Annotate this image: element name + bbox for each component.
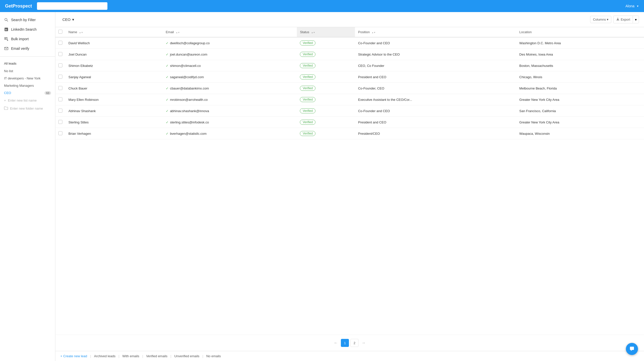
main-content: CEO ▾ Columns ▾ Export ▾ bbox=[55, 12, 644, 361]
sidebar-list-it-developers[interactable]: IT developers - New York bbox=[0, 75, 55, 82]
columns-label: Columns bbox=[593, 18, 606, 21]
unverified-emails-link[interactable]: Unverified emails bbox=[171, 354, 203, 358]
email-verified-icon: ✓ bbox=[166, 86, 169, 90]
row-email: ✓ bverhagen@statisllc.com bbox=[163, 128, 297, 139]
page-1-button[interactable]: 1 bbox=[341, 339, 349, 347]
row-checkbox-cell[interactable] bbox=[55, 128, 65, 139]
row-name: Shimon Elkabetz bbox=[65, 60, 163, 71]
row-checkbox[interactable] bbox=[58, 109, 62, 113]
add-list-placeholder: Enter new list name bbox=[8, 99, 37, 102]
row-checkbox[interactable] bbox=[58, 86, 62, 90]
sidebar-no-list[interactable]: No list bbox=[0, 67, 55, 75]
row-checkbox-cell[interactable] bbox=[55, 105, 65, 117]
row-checkbox-cell[interactable] bbox=[55, 37, 65, 49]
sort-status-icon: ▲▼ bbox=[311, 31, 315, 34]
row-name: Mary Ellen Robinson bbox=[65, 94, 163, 105]
email-address: cbauer@databankimx.com bbox=[170, 86, 209, 90]
email-address: abhinav.shashank@innova bbox=[170, 109, 209, 113]
row-checkbox[interactable] bbox=[58, 52, 62, 56]
status-badge: Verified bbox=[300, 120, 315, 125]
email-address: shimon@climacell.co bbox=[170, 64, 201, 68]
email-address: sagarwal@codifyd.com bbox=[170, 75, 204, 79]
email-verified-icon: ✓ bbox=[166, 41, 169, 45]
row-checkbox-cell[interactable] bbox=[55, 94, 65, 105]
user-menu[interactable]: Alona ▼ bbox=[625, 4, 639, 8]
row-checkbox[interactable] bbox=[58, 63, 62, 67]
row-checkbox-cell[interactable] bbox=[55, 60, 65, 71]
row-email: ✓ sagarwal@codifyd.com bbox=[163, 71, 297, 83]
row-checkbox[interactable] bbox=[58, 131, 62, 135]
sidebar-item-email-verify[interactable]: Email verify bbox=[0, 44, 55, 53]
row-checkbox[interactable] bbox=[58, 97, 62, 101]
plus-create-icon: + bbox=[60, 354, 62, 358]
chat-button[interactable] bbox=[626, 343, 638, 355]
row-checkbox-cell[interactable] bbox=[55, 117, 65, 128]
plus-icon: + bbox=[4, 99, 6, 102]
email-verified-icon: ✓ bbox=[166, 64, 169, 68]
pagination: ← 1 2 → bbox=[55, 335, 644, 351]
no-emails-link[interactable]: No emails bbox=[203, 354, 224, 358]
col-header-position[interactable]: Position ▲▼ bbox=[355, 27, 516, 37]
status-badge: Verified bbox=[300, 86, 315, 91]
row-position: CEO, Co Founder bbox=[355, 60, 516, 71]
table-row: Shimon Elkabetz ✓ shimon@climacell.co Ve… bbox=[55, 60, 644, 71]
user-menu-arrow: ▼ bbox=[636, 5, 639, 8]
list-title-text: CEO bbox=[62, 17, 71, 22]
next-page-button[interactable]: → bbox=[360, 339, 367, 346]
select-all-checkbox[interactable] bbox=[58, 30, 62, 34]
columns-button[interactable]: Columns ▾ bbox=[590, 16, 611, 23]
table-header-checkbox[interactable] bbox=[55, 27, 65, 37]
sidebar-all-leads[interactable]: All leads bbox=[0, 60, 55, 67]
row-checkbox-cell[interactable] bbox=[55, 49, 65, 60]
row-name: David Wellisch bbox=[65, 37, 163, 49]
ceo-count: 63 bbox=[45, 91, 51, 95]
row-position: President and CEO bbox=[355, 71, 516, 83]
table-row: Joel Duncan ✓ joel.duncan@aureon.com Ver… bbox=[55, 49, 644, 60]
row-checkbox[interactable] bbox=[58, 120, 62, 124]
row-location: Waupaca, Wisconsin bbox=[516, 128, 644, 139]
row-location: Boston, Massachusetts bbox=[516, 60, 644, 71]
sidebar-item-bulk-import[interactable]: Bulk import bbox=[0, 34, 55, 44]
row-location: Washington D.C. Metro Area bbox=[516, 37, 644, 49]
row-position: Co-Founder and CEO bbox=[355, 37, 516, 49]
create-lead-link[interactable]: + Create new lead bbox=[60, 354, 90, 358]
sidebar-list-ceo[interactable]: CEO 63 bbox=[0, 89, 55, 97]
toolbar: CEO ▾ Columns ▾ Export ▾ bbox=[55, 12, 644, 27]
row-checkbox[interactable] bbox=[58, 41, 62, 45]
sort-email-icon: ▲▼ bbox=[176, 31, 180, 34]
status-badge: Verified bbox=[300, 74, 315, 79]
row-status: Verified bbox=[297, 94, 355, 105]
with-emails-link[interactable]: With emails bbox=[119, 354, 142, 358]
sidebar-item-search-filter[interactable]: Search by Filter bbox=[0, 15, 55, 25]
row-checkbox[interactable] bbox=[58, 75, 62, 79]
row-email: ✓ shimon@climacell.co bbox=[163, 60, 297, 71]
row-location: Greater New York City Area bbox=[516, 94, 644, 105]
add-folder-item[interactable]: Enter new folder name bbox=[0, 104, 55, 113]
export-button[interactable]: Export bbox=[614, 16, 633, 23]
row-position: Executive Assistant to the CEO/Cor... bbox=[355, 94, 516, 105]
row-name: Abhinav Shashank bbox=[65, 105, 163, 117]
col-header-location[interactable]: Location bbox=[516, 27, 644, 37]
sort-name-icon: ▲▼ bbox=[79, 31, 83, 34]
row-checkbox-cell[interactable] bbox=[55, 83, 65, 94]
export-dropdown-arrow[interactable]: ▾ bbox=[633, 16, 639, 23]
email-address: joel.duncan@aureon.com bbox=[170, 53, 207, 56]
archived-leads-link[interactable]: Archived leads bbox=[91, 354, 118, 358]
col-header-email[interactable]: Email ▲▼ bbox=[163, 27, 297, 37]
sidebar-item-linkedin-search[interactable]: in LinkedIn Search bbox=[0, 25, 55, 34]
add-folder-placeholder: Enter new folder name bbox=[10, 107, 43, 110]
email-address: sterling.stites@infodesk.co bbox=[170, 120, 209, 124]
list-title-button[interactable]: CEO ▾ bbox=[60, 16, 76, 23]
row-checkbox-cell[interactable] bbox=[55, 71, 65, 83]
header-search-input[interactable] bbox=[37, 2, 107, 10]
page-2-button[interactable]: 2 bbox=[350, 339, 358, 347]
col-header-status[interactable]: Status ▲▼ bbox=[297, 27, 355, 37]
row-location: Chicago, Illinois bbox=[516, 71, 644, 83]
sidebar-list-marketing-managers[interactable]: Marketing Managers bbox=[0, 82, 55, 89]
col-header-name[interactable]: Name ▲▼ bbox=[65, 27, 163, 37]
add-list-item[interactable]: + Enter new list name bbox=[0, 97, 55, 104]
sort-position-icon: ▲▼ bbox=[372, 31, 376, 34]
prev-page-button[interactable]: ← bbox=[332, 339, 339, 346]
row-name: Chuck Bauer bbox=[65, 83, 163, 94]
verified-emails-link[interactable]: Verified emails bbox=[143, 354, 171, 358]
